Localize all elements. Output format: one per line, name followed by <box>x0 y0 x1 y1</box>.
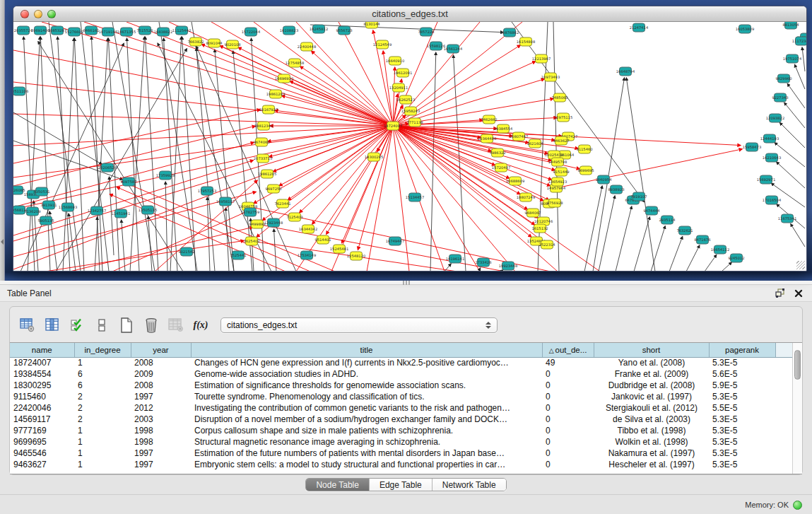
close-window-button[interactable] <box>20 10 29 18</box>
graph-node[interactable]: 9829960 <box>775 74 792 83</box>
graph-node-selected[interactable]: 9697250 <box>265 185 281 193</box>
scrollbar-thumb[interactable] <box>794 350 801 380</box>
graph-node[interactable]: 20691406 <box>31 26 49 35</box>
cell-year[interactable]: 2009 <box>131 368 191 380</box>
cell-name[interactable]: 18300295 <box>10 380 74 391</box>
graph-node-selected[interactable]: 16154808 <box>517 37 535 46</box>
graph-node[interactable]: 8471676 <box>694 235 710 244</box>
cell-name[interactable]: 9777169 <box>10 425 74 436</box>
graph-node-selected[interactable]: 9756928 <box>546 199 563 207</box>
graph-node[interactable]: 16648794 <box>616 67 635 76</box>
table-row[interactable]: 1456911722003Disruption of a novel membe… <box>10 414 793 425</box>
cell-year[interactable]: 1997 <box>131 459 191 470</box>
row-height-icon[interactable] <box>93 316 111 334</box>
graph-node[interactable]: 15276602 <box>65 28 83 36</box>
cell-year[interactable]: 2008 <box>131 380 191 391</box>
graph-node[interactable]: 7136209 <box>24 207 40 216</box>
graph-node-selected[interactable]: 12975115 <box>554 113 572 122</box>
graph-node[interactable]: 21247414 <box>630 23 649 32</box>
cell-title[interactable]: Disruption of a novel member of a sodium… <box>191 414 542 425</box>
cell-out_de[interactable]: 0 <box>542 448 594 459</box>
column-header-pagerank[interactable]: pagerank <box>709 343 775 357</box>
table-mode-icon[interactable] <box>18 316 37 334</box>
graph-node-selected[interactable]: 9020108 <box>224 40 240 49</box>
graph-node-selected[interactable]: 8091044 <box>206 39 223 47</box>
graph-node[interactable]: 1840954 <box>595 175 612 184</box>
graph-node[interactable]: 10853287 <box>48 26 66 35</box>
graph-node[interactable]: 1733426 <box>475 258 491 267</box>
cell-name[interactable]: 9465546 <box>10 448 74 459</box>
graph-node-selected[interactable]: 7663822 <box>187 37 204 46</box>
cell-title[interactable]: Structural magnetic resonance image aver… <box>191 436 542 448</box>
graph-node-selected[interactable]: 20733715 <box>254 154 272 163</box>
graph-node[interactable]: 12093822 <box>766 114 784 122</box>
close-icon[interactable] <box>792 288 805 299</box>
cell-short[interactable]: Wolkin et al. (1998) <box>594 436 709 448</box>
cell-year[interactable]: 1998 <box>131 436 191 448</box>
cell-name[interactable]: 22420046 <box>10 402 74 414</box>
cell-name[interactable]: 9115460 <box>10 391 74 402</box>
network-graph-canvas[interactable]: 1872400722400448127548581669691019861203… <box>13 22 806 271</box>
cell-title[interactable]: Tourette syndrome. Phenomenology and cla… <box>191 391 542 402</box>
graph-node[interactable]: 11675341 <box>778 214 796 223</box>
graph-node[interactable]: 9021542 <box>178 247 194 256</box>
graph-node[interactable]: 9227343 <box>772 93 788 102</box>
cell-title[interactable]: Estimation of significance thresholds fo… <box>191 380 542 391</box>
tab-edge-table[interactable]: Edge Table <box>370 479 433 491</box>
cell-title[interactable]: Embryonic stem cells: a model to study s… <box>191 459 542 470</box>
graph-node[interactable]: 11172345 <box>792 37 806 45</box>
graph-node[interactable]: 15722044 <box>242 28 261 36</box>
panel-collapse-arrow-icon[interactable] <box>1 239 4 245</box>
graph-node-selected[interactable]: 9699695 <box>577 166 594 175</box>
cell-short[interactable]: Dudbridge et al. (2008) <box>594 380 709 391</box>
graph-node-selected[interactable]: 13204911 <box>389 83 408 92</box>
column-header-short[interactable]: short <box>594 343 709 357</box>
graph-node-selected[interactable]: 16640910 <box>386 57 404 65</box>
window-titlebar[interactable]: citations_edges.txt <box>13 6 806 22</box>
graph-node-selected[interactable]: 19384554 <box>494 124 513 133</box>
column-header-year[interactable]: year <box>131 343 191 357</box>
graph-node-selected[interactable]: 9151449 <box>553 168 569 176</box>
cell-pagerank[interactable]: 5.3E-5 <box>709 425 775 436</box>
graph-node[interactable]: 11125442 <box>172 26 191 35</box>
graph-node-selected[interactable]: 18812341 <box>254 122 273 130</box>
cell-title[interactable]: Corpus callosum shape and size in male p… <box>191 425 542 436</box>
cell-name[interactable]: 18724007 <box>10 357 74 368</box>
graph-node[interactable]: 15598126 <box>427 42 445 50</box>
cell-short[interactable]: Nakamura et al. (1997) <box>594 448 709 459</box>
graph-node[interactable]: 15958473 <box>743 143 761 151</box>
cell-year[interactable]: 1997 <box>131 448 191 459</box>
graph-node-selected[interactable]: 10973493 <box>541 73 560 81</box>
graph-node[interactable]: 6466161 <box>83 26 99 35</box>
cell-year[interactable]: 2008 <box>131 357 191 368</box>
cell-in_degree[interactable]: 6 <box>74 380 131 391</box>
graph-node-selected[interactable]: 1621604 <box>526 139 543 148</box>
cell-pagerank[interactable]: 5.3E-5 <box>709 436 775 448</box>
graph-node[interactable]: 17534149 <box>298 251 316 259</box>
graph-node[interactable]: 7857224 <box>418 28 435 36</box>
graph-node[interactable]: 5905135 <box>37 216 54 225</box>
graph-node[interactable]: 16210643 <box>763 153 781 162</box>
column-visibility-icon[interactable] <box>68 316 86 334</box>
graph-node-selected[interactable]: 20167927 <box>259 105 278 114</box>
graph-node-selected[interactable]: 12124549 <box>373 40 392 49</box>
column-select-icon[interactable] <box>43 316 61 334</box>
table-row[interactable]: 969969511998Structural magnetic resonanc… <box>10 436 793 448</box>
cell-in_degree[interactable]: 1 <box>74 357 131 368</box>
graph-node[interactable]: 12444193 <box>760 134 779 143</box>
minimize-window-button[interactable] <box>34 10 42 18</box>
cell-pagerank[interactable]: 5.5E-5 <box>709 402 775 414</box>
graph-node-selected[interactable]: 19861203 <box>266 90 285 98</box>
cell-short[interactable]: de Silva et al. (2003) <box>594 414 709 425</box>
column-header-title[interactable]: title <box>191 343 542 357</box>
graph-node[interactable]: 8938923 <box>608 185 624 194</box>
cell-out_de[interactable]: 0 <box>542 459 594 470</box>
graph-node-selected[interactable]: 7625402 <box>243 237 259 245</box>
table-row[interactable]: 977716911998Corpus callosum shape and si… <box>10 425 793 436</box>
graph-node-selected[interactable]: 7485063 <box>551 93 567 102</box>
cell-title[interactable]: Changes of HCN gene expression and I(f) … <box>191 357 542 368</box>
cell-name[interactable]: 19384554 <box>10 368 74 380</box>
table-selector-dropdown[interactable]: citations_edges.txt <box>220 317 498 333</box>
table-row[interactable]: 911546021997Tourette syndrome. Phenomeno… <box>10 391 793 402</box>
graph-node[interactable]: 16838822 <box>154 28 172 36</box>
